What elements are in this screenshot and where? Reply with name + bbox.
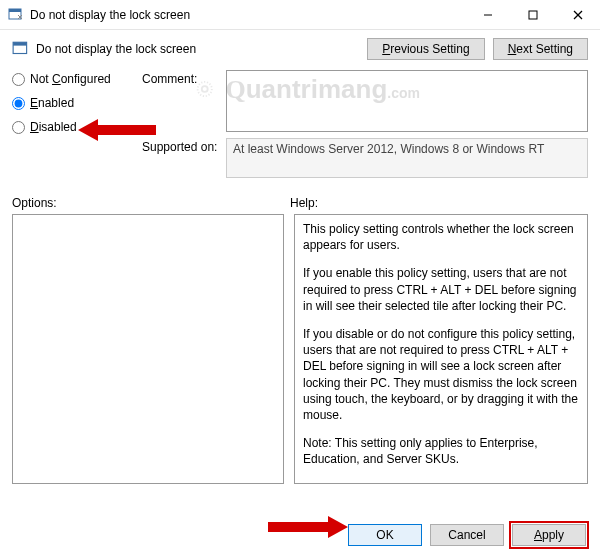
help-p0: This policy setting controls whether the… (303, 221, 579, 253)
policy-icon (8, 7, 24, 23)
next-rest: ext Setting (516, 42, 573, 56)
radio-group: Not Configured Enabled Disabled (12, 70, 132, 184)
minimize-button[interactable] (465, 0, 510, 30)
radio-enabled-input[interactable] (12, 97, 25, 110)
titlebar: Do not display the lock screen (0, 0, 600, 30)
svg-rect-7 (13, 42, 27, 45)
help-p3: Note: This setting only applies to Enter… (303, 435, 579, 467)
radio-disabled-input[interactable] (12, 121, 25, 134)
svg-rect-3 (529, 11, 537, 19)
help-label: Help: (290, 196, 318, 210)
svg-marker-9 (268, 516, 348, 538)
supported-label: Supported on: (142, 138, 226, 154)
policy-icon (12, 40, 30, 58)
options-panel (12, 214, 284, 484)
help-p1: If you enable this policy setting, users… (303, 265, 579, 314)
maximize-button[interactable] (510, 0, 555, 30)
radio-not-configured[interactable]: Not Configured (12, 72, 132, 86)
svg-rect-1 (9, 9, 21, 12)
comment-textarea[interactable] (226, 70, 588, 132)
ok-button[interactable]: OK (348, 524, 422, 546)
close-button[interactable] (555, 0, 600, 30)
next-setting-button[interactable]: Next Setting (493, 38, 588, 60)
radio-enabled[interactable]: Enabled (12, 96, 132, 110)
prev-rest: revious Setting (390, 42, 469, 56)
radio-not-configured-input[interactable] (12, 73, 25, 86)
apply-button[interactable]: Apply (512, 524, 586, 546)
policy-title: Do not display the lock screen (36, 42, 367, 56)
supported-text: At least Windows Server 2012, Windows 8 … (226, 138, 588, 178)
footer: OK Cancel Apply (348, 524, 586, 546)
cancel-button[interactable]: Cancel (430, 524, 504, 546)
window-title: Do not display the lock screen (30, 8, 465, 22)
arrow-annotation-ok (268, 514, 348, 540)
apply-rest: pply (542, 528, 564, 542)
header-row: Do not display the lock screen Previous … (12, 38, 588, 60)
help-panel[interactable]: This policy setting controls whether the… (294, 214, 588, 484)
radio-disabled[interactable]: Disabled (12, 120, 132, 134)
options-label: Options: (12, 196, 290, 210)
comment-label: Comment: (142, 70, 226, 86)
help-p2: If you disable or do not configure this … (303, 326, 579, 423)
previous-setting-button[interactable]: Previous Setting (367, 38, 484, 60)
